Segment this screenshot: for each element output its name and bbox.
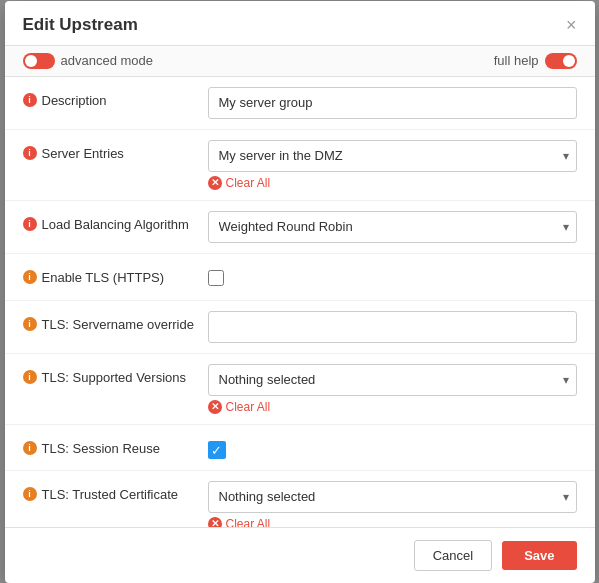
- tls-servername-input[interactable]: [208, 311, 577, 343]
- server-entries-label: i Server Entries: [23, 140, 208, 161]
- tls-session-reuse-label: i TLS: Session Reuse: [23, 435, 208, 456]
- tls-supported-versions-row: i TLS: Supported Versions Nothing select…: [5, 354, 595, 425]
- tls-servername-label: i TLS: Servername override: [23, 311, 208, 332]
- tls-session-reuse-control: ✓: [208, 435, 577, 460]
- tls-trusted-cert-control: Nothing selected ▾ ✕ Clear All: [208, 481, 577, 527]
- tls-session-reuse-row: i TLS: Session Reuse ✓: [5, 425, 595, 471]
- tls-servername-control: [208, 311, 577, 343]
- full-help-toggle-icon[interactable]: [545, 53, 577, 69]
- full-help-toggle[interactable]: full help: [494, 53, 577, 69]
- load-balancing-label: i Load Balancing Algorithm: [23, 211, 208, 232]
- tls-supported-versions-clear-all[interactable]: ✕ Clear All: [208, 400, 577, 414]
- modal-title: Edit Upstream: [23, 15, 138, 35]
- server-entries-select[interactable]: My server in the DMZ: [208, 140, 577, 172]
- tls-trusted-cert-select[interactable]: Nothing selected: [208, 481, 577, 513]
- server-entries-clear-all[interactable]: ✕ Clear All: [208, 176, 577, 190]
- enable-tls-info-icon: i: [23, 270, 37, 284]
- description-input[interactable]: [208, 87, 577, 119]
- server-entries-clear-icon: ✕: [208, 176, 222, 190]
- enable-tls-label: i Enable TLS (HTTPS): [23, 264, 208, 285]
- server-entries-select-wrap: My server in the DMZ ▾: [208, 140, 577, 172]
- tls-supported-versions-info-icon: i: [23, 370, 37, 384]
- enable-tls-control: [208, 264, 577, 290]
- edit-upstream-modal: Edit Upstream × advanced mode full help …: [5, 1, 595, 583]
- tls-trusted-cert-label: i TLS: Trusted Certificate: [23, 481, 208, 502]
- advanced-mode-label: advanced mode: [61, 53, 154, 68]
- toolbar: advanced mode full help: [5, 46, 595, 77]
- server-entries-control: My server in the DMZ ▾ ✕ Clear All: [208, 140, 577, 190]
- tls-trusted-cert-clear-all[interactable]: ✕ Clear All: [208, 517, 577, 527]
- description-label: i Description: [23, 87, 208, 108]
- advanced-mode-toggle[interactable]: advanced mode: [23, 53, 154, 69]
- tls-supported-versions-label: i TLS: Supported Versions: [23, 364, 208, 385]
- tls-supported-versions-control: Nothing selected ▾ ✕ Clear All: [208, 364, 577, 414]
- tls-servername-info-icon: i: [23, 317, 37, 331]
- enable-tls-row: i Enable TLS (HTTPS): [5, 254, 595, 301]
- cancel-button[interactable]: Cancel: [414, 540, 492, 571]
- tls-trusted-cert-select-wrap: Nothing selected ▾: [208, 481, 577, 513]
- description-info-icon: i: [23, 93, 37, 107]
- tls-supported-versions-select[interactable]: Nothing selected: [208, 364, 577, 396]
- tls-servername-row: i TLS: Servername override: [5, 301, 595, 354]
- modal-overlay: Edit Upstream × advanced mode full help …: [0, 0, 599, 583]
- close-button[interactable]: ×: [566, 16, 577, 34]
- tls-trusted-cert-clear-icon: ✕: [208, 517, 222, 527]
- modal-footer: Cancel Save: [5, 527, 595, 583]
- tls-trusted-cert-info-icon: i: [23, 487, 37, 501]
- tls-session-reuse-checkbox[interactable]: ✓: [208, 441, 226, 459]
- advanced-mode-toggle-icon[interactable]: [23, 53, 55, 69]
- tls-supported-versions-clear-icon: ✕: [208, 400, 222, 414]
- load-balancing-row: i Load Balancing Algorithm Weighted Roun…: [5, 201, 595, 254]
- server-entries-row: i Server Entries My server in the DMZ ▾ …: [5, 130, 595, 201]
- tls-supported-versions-select-wrap: Nothing selected ▾: [208, 364, 577, 396]
- load-balancing-select-wrap: Weighted Round Robin ▾: [208, 211, 577, 243]
- load-balancing-info-icon: i: [23, 217, 37, 231]
- description-row: i Description: [5, 77, 595, 130]
- load-balancing-select[interactable]: Weighted Round Robin: [208, 211, 577, 243]
- load-balancing-control: Weighted Round Robin ▾: [208, 211, 577, 243]
- save-button[interactable]: Save: [502, 541, 576, 570]
- modal-body: i Description i Server Entries My server…: [5, 77, 595, 527]
- tls-trusted-cert-row: i TLS: Trusted Certificate Nothing selec…: [5, 471, 595, 527]
- server-entries-info-icon: i: [23, 146, 37, 160]
- enable-tls-checkbox[interactable]: [208, 270, 224, 286]
- modal-header: Edit Upstream ×: [5, 1, 595, 46]
- description-control: [208, 87, 577, 119]
- tls-session-reuse-info-icon: i: [23, 441, 37, 455]
- full-help-label: full help: [494, 53, 539, 68]
